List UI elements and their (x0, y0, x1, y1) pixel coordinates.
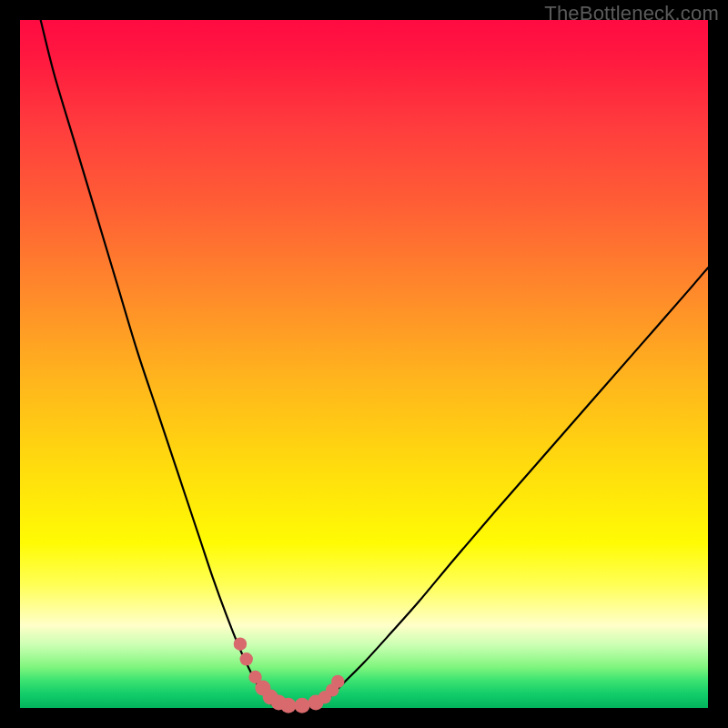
gradient-plot-area (20, 20, 708, 708)
watermark-text: TheBottleneck.com (544, 2, 719, 25)
